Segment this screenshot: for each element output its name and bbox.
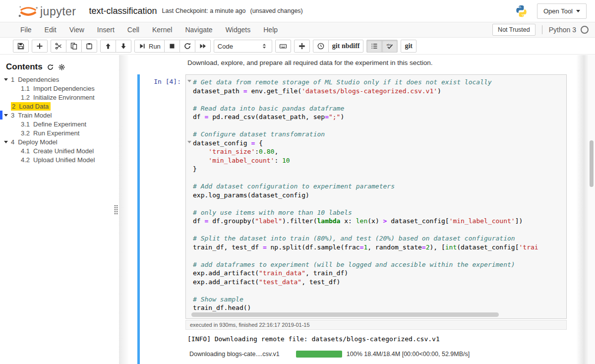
unsaved-changes-status: (unsaved changes) <box>250 7 302 14</box>
input-prompt: In [4]: <box>140 74 185 319</box>
cut-cell-button[interactable] <box>51 40 66 53</box>
git-button[interactable]: git <box>401 40 416 53</box>
code-input-box[interactable]: # Get data from remote storage of ML Stu… <box>185 74 567 319</box>
toc-collapse-arrow-icon[interactable] <box>4 141 8 143</box>
menu-file[interactable]: File <box>14 26 38 34</box>
open-tool-label: Open Tool <box>543 7 573 15</box>
code-line[interactable]: df = pd.read_csv(dataset_path, sep=";") <box>193 113 562 121</box>
cross-arrows-icon <box>298 42 306 50</box>
toc-item-label: Run Experiment <box>33 129 79 137</box>
command-palette-button[interactable] <box>275 40 291 53</box>
code-line[interactable]: 'min_label_count': 10 <box>193 156 562 165</box>
jupyter-logo[interactable]: jupyter <box>18 4 76 18</box>
code-line[interactable]: } <box>193 165 562 174</box>
toc-settings-button[interactable] <box>58 63 65 71</box>
toc-collapse-arrow-icon[interactable] <box>4 78 8 81</box>
git-nbdiff-label: git nbdiff <box>332 42 360 50</box>
menu-bar: FileEditViewInsertCellKernelNavigateWidg… <box>0 22 595 38</box>
git-nbdiff-button[interactable]: git nbdiff <box>328 40 364 53</box>
kernel-name: Python 3 <box>549 26 576 34</box>
open-tool-button[interactable]: Open Tool <box>537 3 587 19</box>
codefold-arrow-icon[interactable] <box>187 80 191 82</box>
menu-view[interactable]: View <box>63 26 91 34</box>
restart-icon <box>183 42 191 50</box>
toc-item-create-unified-model[interactable]: 4.1Create Unified Model <box>0 146 119 155</box>
code-line[interactable]: exp.add_artifact("test_data", test_df) <box>193 278 562 287</box>
toc-item-load-data[interactable]: 2Load Data <box>0 102 119 111</box>
menubar-divider <box>542 25 542 34</box>
toc-item-upload-unified-model[interactable]: 4.2Upload Unified Model <box>0 155 119 164</box>
code-line[interactable]: # Read data into basic pandas dataframe <box>193 104 562 113</box>
vertical-scrollbar[interactable] <box>588 55 595 364</box>
code-cell[interactable]: In [4]: # Get data from remote storage o… <box>137 74 567 364</box>
paste-cell-button[interactable] <box>81 40 97 53</box>
code-line[interactable]: 'train_size':0.80, <box>193 147 562 156</box>
save-button[interactable] <box>13 40 29 53</box>
menu-edit[interactable]: Edit <box>38 26 63 34</box>
arrow-down-icon <box>119 42 127 50</box>
menu-widgets[interactable]: Widgets <box>219 26 257 34</box>
code-line[interactable]: # Show sample <box>193 295 562 304</box>
code-line[interactable]: exp.log_params(dataset_config) <box>193 191 562 200</box>
menu-kernel[interactable]: Kernel <box>146 26 178 34</box>
toc-collapse-arrow-icon[interactable] <box>4 114 8 117</box>
refresh-icon <box>47 63 54 71</box>
notebook-title[interactable]: text-classification <box>89 6 157 16</box>
add-cell-button[interactable] <box>32 40 48 53</box>
code-line[interactable]: train_df.head() <box>193 303 562 312</box>
toc-item-run-experiment[interactable]: 3.2Run Experiment <box>0 128 119 137</box>
code-line[interactable]: exp.add_artifact("train_data", train_df) <box>193 269 562 278</box>
code-line[interactable]: dataset_config = { <box>193 139 562 148</box>
code-line[interactable] <box>193 174 562 182</box>
code-line[interactable]: dataset_path = env.get_file('datasets/bl… <box>193 87 562 96</box>
run-button[interactable]: Run <box>134 40 165 53</box>
code-lines[interactable]: # Get data from remote storage of ML Stu… <box>193 75 566 318</box>
code-line[interactable] <box>193 121 562 130</box>
checkpoint-status: Last Checkpoint: a minute ago <box>162 7 246 14</box>
menu-navigate[interactable]: Navigate <box>178 26 219 34</box>
vertical-scrollbar-thumb[interactable] <box>590 140 594 187</box>
toc-item-define-experiment[interactable]: 3.1Define Experiment <box>0 120 119 128</box>
code-line[interactable]: df = df.groupby("label").filter(lambda x… <box>193 217 562 226</box>
code-line[interactable]: # Add dataset configuration to experimen… <box>193 182 562 191</box>
menu-insert[interactable]: Insert <box>91 26 121 34</box>
sidebar-resize-handle[interactable] <box>114 205 118 214</box>
code-line[interactable]: train_df, test_df = np.split(df.sample(f… <box>193 243 562 252</box>
move-widget-button[interactable] <box>294 40 310 53</box>
code-line[interactable]: # only use items with more than 10 label… <box>193 208 562 217</box>
toc-item-import-dependencies[interactable]: 1.1Import Dependencies <box>0 84 119 93</box>
code-line[interactable]: # Split the dataset into train (80%), an… <box>193 234 562 243</box>
restart-kernel-button[interactable] <box>179 40 195 53</box>
code-line[interactable]: # add dataframes to experiment (will be … <box>193 260 562 269</box>
toc-item-deploy-model[interactable]: 4Deploy Model <box>0 137 119 146</box>
copy-cell-button[interactable] <box>66 40 82 53</box>
code-line[interactable]: # Configure dataset transfomration <box>193 130 562 139</box>
restart-run-all-button[interactable] <box>195 40 211 53</box>
move-cell-up-button[interactable] <box>100 40 116 53</box>
codefold-arrow-icon[interactable] <box>187 141 191 143</box>
toc-item-dependencies[interactable]: 1Dependencies <box>0 75 119 84</box>
code-line[interactable] <box>193 95 562 104</box>
code-line[interactable]: # Get data from remote storage of ML Stu… <box>193 78 562 87</box>
code-line[interactable] <box>193 226 562 235</box>
stop-button[interactable] <box>164 40 180 53</box>
not-trusted-button[interactable]: Not Trusted <box>492 24 536 36</box>
code-line[interactable] <box>193 251 562 260</box>
cell-type-value: Code <box>218 43 233 50</box>
menu-help[interactable]: Help <box>257 26 284 34</box>
execute-time-button[interactable] <box>313 40 329 53</box>
menu-cell[interactable]: Cell <box>121 26 146 34</box>
table-of-contents-toggle-button[interactable] <box>366 40 382 53</box>
code-line[interactable] <box>193 286 562 295</box>
cell-selected-indicator <box>137 74 140 364</box>
toc-refresh-button[interactable] <box>47 63 54 71</box>
move-cell-down-button[interactable] <box>116 40 131 53</box>
cell-type-dropdown[interactable]: Code <box>214 40 272 53</box>
code-line[interactable] <box>193 199 562 208</box>
cut-icon <box>55 42 62 50</box>
toc-item-initialize-environment[interactable]: 1.2Initialize Environment <box>0 93 119 102</box>
spellcheck-toggle-button[interactable]: abc <box>382 40 398 53</box>
toc-item-train-model[interactable]: 3Train Model <box>0 111 119 120</box>
copy-icon <box>70 42 78 50</box>
horizontal-scrollbar-thumb[interactable] <box>191 312 499 317</box>
